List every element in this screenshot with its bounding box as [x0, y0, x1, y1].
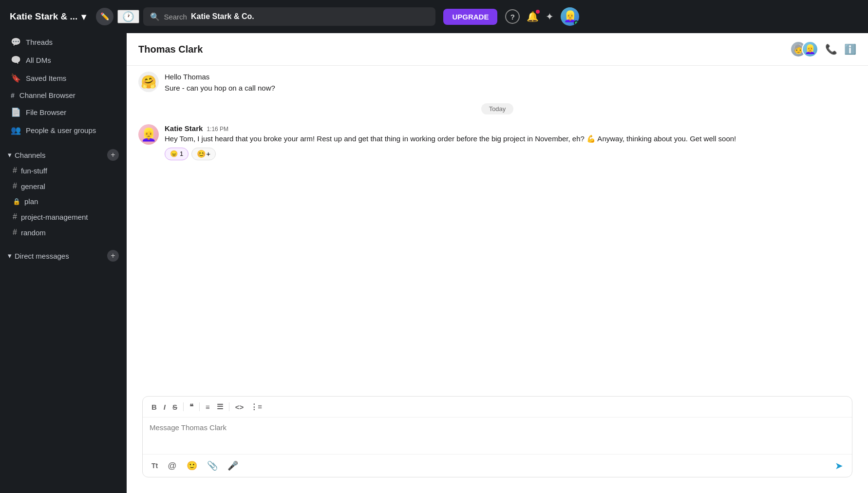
- sidebar-saved-label: Saved Items: [26, 74, 66, 82]
- reaction-angry[interactable]: 😠 1: [165, 148, 189, 160]
- channels-section-left: ▾ Channels: [8, 151, 45, 159]
- project-mgmt-hash-icon: #: [13, 212, 17, 221]
- msg1-avatar-emoji: 🤗: [141, 75, 156, 90]
- chat-header: Thomas Clark 🧓 👱‍♀️ 📞 ℹ️: [127, 33, 868, 66]
- fun-stuff-hash-icon: #: [13, 166, 17, 175]
- msg2-avatar: 👱‍♀️: [138, 124, 159, 145]
- channel-general-label: general: [21, 182, 45, 190]
- compose-toolbar: B I S ❝ ≡ ☰ <> ⋮≡: [143, 397, 852, 417]
- toolbar-sep-3: [229, 402, 229, 411]
- bold-button[interactable]: B: [149, 401, 160, 413]
- sidebar-file-browser-label: File Browser: [26, 108, 66, 116]
- reaction-row: 😠 1 😊+: [165, 148, 856, 160]
- dm-section-left: ▾ Direct messages: [8, 251, 69, 260]
- ordered-list-button[interactable]: ≡: [203, 401, 213, 413]
- strikethrough-button[interactable]: S: [170, 401, 180, 413]
- chat-header-right: 🧓 👱‍♀️ 📞 ℹ️: [790, 41, 856, 57]
- help-icon[interactable]: ?: [505, 9, 520, 24]
- topbar: Katie Stark & ... ▾ ✏️ 🕐 🔍 Search Katie …: [0, 0, 868, 33]
- sidebar-item-all-dms[interactable]: 🗨️ All DMs: [3, 52, 124, 69]
- msg1-text-1: Hello Thomas: [165, 72, 856, 83]
- user-avatar-topbar[interactable]: 👱‍♀️: [561, 7, 579, 26]
- emoji-button[interactable]: 🙂: [183, 457, 201, 474]
- message-block-2: 👱‍♀️ Katie Stark 1:16 PM Hey Tom, I just…: [127, 118, 868, 166]
- msg1-content: Hello Thomas Sure - can you hop on a cal…: [165, 72, 856, 94]
- search-icon: 🔍: [150, 12, 160, 21]
- channel-item-random[interactable]: # random: [3, 225, 124, 240]
- compose-input[interactable]: [143, 417, 852, 454]
- general-hash-icon: #: [13, 182, 17, 190]
- chat-area: Thomas Clark 🧓 👱‍♀️ 📞 ℹ️ 🤗: [127, 33, 868, 493]
- file-browser-icon: 📄: [11, 107, 21, 117]
- mic-button[interactable]: 🎤: [224, 457, 242, 474]
- workspace-name-button[interactable]: Katie Stark & ... ▾: [6, 11, 90, 22]
- plan-lock-icon: 🔒: [13, 198, 20, 205]
- reaction-angry-count: 1: [180, 150, 183, 157]
- dm-label: Direct messages: [15, 252, 69, 260]
- channels-chevron-icon: ▾: [8, 151, 12, 159]
- add-channel-button[interactable]: +: [107, 149, 119, 161]
- dm-chevron-icon: ▾: [8, 251, 12, 260]
- attach-button[interactable]: 📎: [203, 457, 222, 474]
- add-reaction-button[interactable]: 😊+: [191, 148, 216, 160]
- ai-icon[interactable]: ✦: [546, 11, 554, 22]
- italic-button[interactable]: I: [161, 401, 169, 413]
- msg2-sender-name: Katie Stark: [165, 124, 203, 133]
- channel-random-label: random: [21, 228, 46, 237]
- channels-label: Channels: [15, 151, 45, 159]
- katie-avatar-header-emoji: 👱‍♀️: [805, 44, 815, 55]
- channel-item-fun-stuff[interactable]: # fun-stuff: [3, 163, 124, 178]
- edit-button[interactable]: ✏️: [96, 8, 113, 25]
- toolbar-sep-1: [183, 402, 184, 411]
- sidebar-channel-browser-label: Channel Browser: [19, 91, 75, 99]
- msg2-content: Katie Stark 1:16 PM Hey Tom, I just hear…: [165, 124, 856, 160]
- quote-button[interactable]: ❝: [187, 400, 196, 413]
- msg1-text-2: Sure - can you hop on a call now?: [165, 83, 856, 94]
- call-button[interactable]: 📞: [825, 43, 837, 55]
- channel-item-general[interactable]: # general: [3, 179, 124, 193]
- msg1-avatar: 🤗: [138, 72, 159, 92]
- search-bar[interactable]: 🔍 Search Katie Stark & Co.: [143, 7, 435, 26]
- workspace-name-text: Katie Stark & ...: [10, 11, 77, 22]
- msg2-text: Hey Tom, I just heard that you broke you…: [165, 133, 856, 145]
- text-format-button[interactable]: Tt: [148, 457, 162, 474]
- topbar-icon-group: ? 🔔 ✦ 👱‍♀️: [505, 7, 579, 26]
- threads-icon: 💬: [11, 37, 21, 47]
- info-button[interactable]: ℹ️: [844, 43, 856, 55]
- notification-icon[interactable]: 🔔: [527, 11, 539, 22]
- sidebar-item-channel-browser[interactable]: # Channel Browser: [3, 88, 124, 103]
- direct-messages-section-header[interactable]: ▾ Direct messages +: [0, 245, 127, 264]
- code-button[interactable]: <>: [232, 401, 247, 413]
- unordered-list-button[interactable]: ☰: [214, 400, 226, 413]
- participant-avatars: 🧓 👱‍♀️: [790, 41, 818, 57]
- people-icon: 👥: [11, 125, 21, 135]
- msg2-sender-row: Katie Stark 1:16 PM: [165, 124, 856, 133]
- date-divider: Today: [138, 103, 856, 114]
- add-dm-button[interactable]: +: [107, 250, 119, 262]
- mention-button[interactable]: @: [164, 457, 180, 474]
- sidebar-item-threads[interactable]: 💬 Threads: [3, 34, 124, 51]
- workspace-chevron-icon: ▾: [81, 11, 86, 22]
- chat-title: Thomas Clark: [138, 44, 203, 55]
- upgrade-button[interactable]: UPGRADE: [443, 9, 497, 25]
- compose-bottom-bar: Tt @ 🙂 📎 🎤 ➤: [143, 454, 852, 477]
- sidebar-all-dms-label: All DMs: [26, 56, 51, 64]
- compose-wrapper: B I S ❝ ≡ ☰ <> ⋮≡ Tt @: [127, 396, 868, 493]
- online-indicator: [574, 20, 579, 25]
- sidebar-item-people[interactable]: 👥 People & user groups: [3, 122, 124, 139]
- random-hash-icon: #: [13, 228, 17, 237]
- code-block-button[interactable]: ⋮≡: [247, 400, 265, 413]
- channel-fun-stuff-label: fun-stuff: [21, 167, 47, 175]
- toolbar-sep-2: [199, 402, 200, 411]
- sidebar-item-file-browser[interactable]: 📄 File Browser: [3, 104, 124, 121]
- channel-item-plan[interactable]: 🔒 plan: [3, 194, 124, 209]
- channel-item-project-management[interactable]: # project-management: [3, 209, 124, 224]
- msg2-avatar-emoji: 👱‍♀️: [141, 127, 156, 142]
- send-button[interactable]: ➤: [831, 458, 847, 474]
- compose-bottom-icons: Tt @ 🙂 📎 🎤: [148, 457, 242, 474]
- sidebar-item-saved-items[interactable]: 🔖 Saved Items: [3, 70, 124, 87]
- date-divider-text: Today: [481, 103, 514, 114]
- channels-section-header[interactable]: ▾ Channels +: [0, 144, 127, 163]
- all-dms-icon: 🗨️: [11, 55, 21, 65]
- history-button[interactable]: 🕐: [117, 10, 139, 23]
